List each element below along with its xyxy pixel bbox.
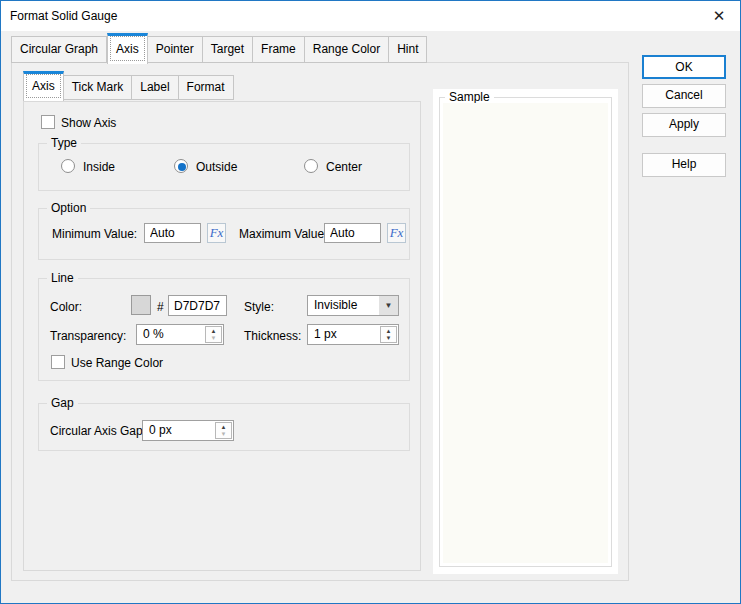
sample-group: Sample: [439, 97, 612, 567]
tab-pointer[interactable]: Pointer: [148, 36, 203, 63]
tab-circular-graph[interactable]: Circular Graph: [11, 36, 107, 63]
radio-outside[interactable]: [174, 159, 188, 173]
show-axis-checkbox[interactable]: [41, 115, 55, 129]
color-label: Color:: [50, 300, 82, 314]
radio-outside-label: Outside: [196, 160, 237, 174]
spinner-down-icon[interactable]: ▼: [381, 335, 396, 343]
style-label: Style:: [244, 300, 274, 314]
subtab-label[interactable]: Label: [132, 75, 178, 100]
ok-button[interactable]: OK: [642, 55, 726, 79]
tab-frame[interactable]: Frame: [253, 36, 305, 63]
show-axis-label: Show Axis: [61, 116, 116, 130]
line-group-legend: Line: [47, 271, 78, 285]
thickness-label: Thickness:: [244, 329, 301, 343]
radio-inside[interactable]: [61, 159, 75, 173]
type-group-legend: Type: [47, 136, 81, 150]
gap-group: Gap Circular Axis Gap: 0 px ▲▼: [38, 403, 410, 451]
apply-button[interactable]: Apply: [642, 113, 726, 137]
minimum-value-input[interactable]: [144, 223, 201, 243]
radio-center-label: Center: [326, 160, 362, 174]
line-group: Line Color: # Style: Invisible ▼ Transpa…: [38, 278, 410, 381]
maximum-value-input[interactable]: [324, 223, 381, 243]
spinner-down-icon[interactable]: ▼: [216, 431, 231, 439]
help-button[interactable]: Help: [642, 153, 726, 177]
subtab-format[interactable]: Format: [179, 75, 234, 100]
spinner-down-icon[interactable]: ▼: [206, 335, 221, 343]
spinner-up-icon[interactable]: ▲: [381, 327, 396, 335]
title-bar: Format Solid Gauge ✕: [1, 1, 740, 31]
transparency-spinner[interactable]: 0 % ▲▼: [136, 324, 224, 345]
dialog-title: Format Solid Gauge: [10, 1, 117, 31]
circular-axis-gap-value: 0 px: [149, 421, 172, 440]
tab-hint[interactable]: Hint: [389, 36, 427, 63]
hash-symbol: #: [157, 300, 164, 314]
circular-axis-gap-label: Circular Axis Gap:: [50, 424, 146, 438]
tab-axis[interactable]: Axis: [107, 33, 148, 64]
thickness-value: 1 px: [314, 325, 337, 344]
chevron-down-icon[interactable]: ▼: [379, 296, 398, 315]
spinner-up-icon[interactable]: ▲: [216, 423, 231, 431]
gap-group-legend: Gap: [47, 396, 78, 410]
minimum-value-label: Minimum Value:: [52, 227, 137, 241]
transparency-label: Transparency:: [50, 329, 126, 343]
format-solid-gauge-dialog: Format Solid Gauge ✕ Circular Graph Axis…: [0, 0, 741, 604]
tab-content-box: Axis Tick Mark Label Format Show Axis Ty…: [11, 62, 629, 581]
thickness-spinner[interactable]: 1 px ▲▼: [307, 324, 399, 345]
style-dropdown-value: Invisible: [314, 296, 357, 315]
option-group: Option Minimum Value: Fx Maximum Value: …: [38, 208, 410, 260]
subtab-tick-mark[interactable]: Tick Mark: [64, 75, 133, 100]
minimum-fx-button[interactable]: Fx: [207, 223, 226, 243]
maximum-value-label: Maximum Value:: [239, 227, 327, 241]
sample-preview: [443, 103, 608, 563]
radio-center[interactable]: [304, 159, 318, 173]
sample-group-legend: Sample: [445, 90, 494, 104]
inner-tab-strip: Axis Tick Mark Label Format: [23, 71, 234, 100]
type-group: Type Inside Outside Center: [38, 143, 410, 191]
cancel-button[interactable]: Cancel: [642, 84, 726, 108]
tab-target[interactable]: Target: [203, 36, 253, 63]
use-range-color-label: Use Range Color: [71, 356, 163, 370]
color-hex-input[interactable]: [168, 295, 227, 316]
close-icon[interactable]: ✕: [704, 3, 734, 28]
maximum-fx-button[interactable]: Fx: [387, 223, 406, 243]
sample-container: Sample: [433, 89, 618, 574]
tab-range-color[interactable]: Range Color: [305, 36, 389, 63]
radio-inside-label: Inside: [83, 160, 115, 174]
transparency-value: 0 %: [143, 325, 164, 344]
option-group-legend: Option: [47, 201, 90, 215]
axis-settings-panel: Show Axis Type Inside Outside Center Opt…: [23, 101, 421, 571]
circular-axis-gap-spinner[interactable]: 0 px ▲▼: [142, 420, 234, 441]
color-swatch[interactable]: [131, 295, 151, 315]
spinner-up-icon[interactable]: ▲: [206, 327, 221, 335]
subtab-axis[interactable]: Axis: [23, 71, 64, 101]
outer-tab-strip: Circular Graph Axis Pointer Target Frame…: [11, 33, 427, 63]
use-range-color-checkbox[interactable]: [51, 355, 65, 369]
style-dropdown[interactable]: Invisible ▼: [307, 295, 399, 316]
